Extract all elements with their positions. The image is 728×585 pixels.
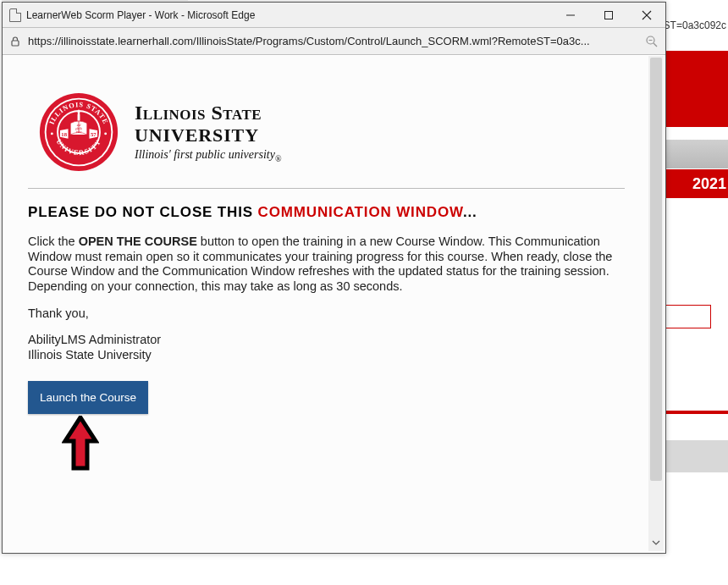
- background-red-banner: [665, 51, 728, 127]
- close-icon: [642, 10, 652, 20]
- background-tab-strip: [2, 0, 188, 1]
- university-name-line1: Illinois State: [135, 102, 282, 124]
- signature-line2: Illinois State University: [28, 347, 625, 362]
- university-name-block: Illinois State UNIVERSITY Illinois' firs…: [135, 102, 282, 163]
- page-icon: [9, 8, 21, 22]
- page-content: ILLINOIS STATE UNIVERSITY 18: [4, 56, 648, 551]
- popup-window: LearnerWeb Scorm Player - Work - Microso…: [2, 2, 666, 554]
- background-red-divider: [665, 411, 728, 414]
- zoom-icon[interactable]: [645, 35, 659, 48]
- vertical-scrollbar[interactable]: [648, 56, 664, 551]
- svg-rect-4: [12, 41, 19, 46]
- window-title: LearnerWeb Scorm Player - Work - Microso…: [26, 9, 255, 21]
- chevron-down-icon: [652, 538, 660, 547]
- signature-block: AbilityLMS Administrator Illinois State …: [28, 332, 625, 362]
- svg-text:18: 18: [61, 131, 67, 137]
- maximize-icon: [604, 10, 614, 20]
- address-bar[interactable]: https://illinoisstate.learnerhall.com/Il…: [3, 28, 665, 55]
- svg-line-6: [654, 43, 657, 47]
- university-seal-icon: ILLINOIS STATE UNIVERSITY 18: [38, 91, 119, 173]
- divider: [28, 188, 625, 189]
- scroll-thumb[interactable]: [650, 58, 662, 481]
- svg-text:teche: teche: [76, 130, 82, 134]
- annotation-arrow-icon: [62, 416, 625, 479]
- thanks-line: Thank you,: [28, 306, 625, 320]
- lock-icon: [9, 36, 21, 47]
- minimize-icon: [565, 10, 576, 20]
- maximize-button[interactable]: [589, 3, 627, 28]
- svg-text:57: 57: [91, 131, 97, 137]
- background-gray-bar: [665, 140, 728, 168]
- background-year-bar: 2021: [665, 169, 728, 198]
- warning-heading: PLEASE DO NOT CLOSE THIS COMMUNICATION W…: [28, 204, 625, 221]
- instruction-paragraph: Click the OPEN THE COURSE button to open…: [28, 235, 625, 295]
- university-header: ILLINOIS STATE UNIVERSITY 18: [28, 73, 625, 183]
- minimize-button[interactable]: [551, 3, 589, 28]
- close-button[interactable]: [627, 3, 665, 28]
- window-titlebar: LearnerWeb Scorm Player - Work - Microso…: [3, 3, 665, 28]
- svg-point-24: [104, 132, 107, 135]
- signature-line1: AbilityLMS Administrator: [28, 332, 625, 347]
- url-text: https://illinoisstate.learnerhall.com/Il…: [28, 35, 638, 47]
- svg-rect-1: [604, 11, 612, 19]
- background-gray-block: [665, 440, 728, 472]
- university-name-line2: UNIVERSITY: [135, 124, 282, 146]
- background-outline-box: [665, 305, 711, 328]
- scroll-down-button[interactable]: [648, 536, 664, 549]
- university-tagline: Illinois' first public university®: [135, 148, 282, 163]
- background-url-fragment: ST=0a3c092c: [664, 19, 726, 31]
- svg-point-23: [51, 132, 53, 135]
- launch-course-button[interactable]: Launch the Course: [28, 381, 148, 414]
